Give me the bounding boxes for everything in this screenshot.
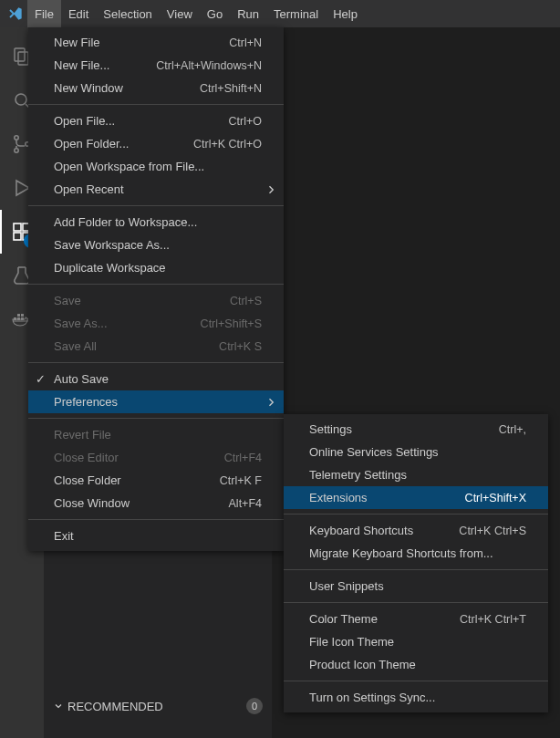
- file-menu-item-save-as: Save As...Ctrl+Shift+S: [28, 312, 284, 335]
- menu-item-label: New File...: [54, 58, 156, 72]
- menu-item-shortcut: Ctrl+K Ctrl+S: [459, 525, 526, 537]
- menu-item-label: Auto Save: [54, 372, 262, 386]
- chevron-right-icon: [265, 184, 276, 195]
- menu-separator: [28, 362, 284, 363]
- menu-item-label: User Snippets: [309, 579, 526, 593]
- file-menu-item-close-folder[interactable]: Close FolderCtrl+K F: [28, 469, 284, 492]
- preferences-item-keyboard-shortcuts[interactable]: Keyboard ShortcutsCtrl+K Ctrl+S: [284, 519, 548, 542]
- file-menu-item-auto-save[interactable]: ✓Auto Save: [28, 368, 284, 390]
- file-menu-item-new-file[interactable]: New FileCtrl+N: [28, 31, 284, 54]
- file-menu-item-add-folder-to-workspace[interactable]: Add Folder to Workspace...: [28, 211, 284, 234]
- file-menu-item-exit[interactable]: Exit: [28, 525, 284, 547]
- preferences-item-settings[interactable]: SettingsCtrl+,: [284, 418, 548, 441]
- menu-item-label: Add Folder to Workspace...: [54, 215, 262, 229]
- menu-item-label: Settings: [309, 422, 499, 436]
- file-menu-item-new-file[interactable]: New File...Ctrl+Alt+Windows+N: [28, 54, 284, 77]
- preferences-item-product-icon-theme[interactable]: Product Icon Theme: [284, 653, 548, 676]
- menu-separator: [28, 284, 284, 285]
- menu-separator: [284, 681, 548, 681]
- menu-separator: [284, 514, 548, 515]
- file-menu-item-new-window[interactable]: New WindowCtrl+Shift+N: [28, 77, 284, 99]
- preferences-item-file-icon-theme[interactable]: File Icon Theme: [284, 630, 548, 653]
- menu-item-label: Keyboard Shortcuts: [309, 524, 459, 537]
- menu-separator: [28, 519, 284, 520]
- preferences-item-extensions[interactable]: ExtensionsCtrl+Shift+X: [284, 486, 548, 509]
- svg-point-5: [15, 149, 18, 152]
- file-menu-item-revert-file: Revert File: [28, 423, 284, 446]
- menu-item-label: Telemetry Settings: [309, 468, 526, 482]
- preferences-item-turn-on-settings-sync[interactable]: Turn on Settings Sync...: [284, 686, 548, 709]
- file-menu-item-save-all: Save AllCtrl+K S: [28, 335, 284, 358]
- menu-separator: [28, 104, 284, 105]
- recommended-section[interactable]: RECOMMENDED 0: [44, 696, 272, 716]
- menu-item-shortcut: Ctrl+K Ctrl+T: [460, 613, 526, 626]
- menu-item-label: New File: [54, 36, 229, 49]
- svg-point-2: [16, 94, 26, 105]
- file-menu-item-close-editor: Close EditorCtrl+F4: [28, 446, 284, 469]
- menubar-item-selection[interactable]: Selection: [96, 0, 159, 27]
- menu-item-label: Open Recent: [54, 182, 262, 196]
- menu-item-shortcut: Ctrl+,: [499, 423, 526, 436]
- menubar-item-run[interactable]: Run: [230, 0, 266, 27]
- recommended-label: RECOMMENDED: [67, 700, 163, 713]
- menubar-item-file[interactable]: File: [27, 0, 61, 27]
- preferences-submenu: SettingsCtrl+,Online Services SettingsTe…: [284, 414, 548, 712]
- menu-item-shortcut: Alt+F4: [229, 497, 262, 510]
- svg-rect-16: [17, 314, 20, 317]
- preferences-item-online-services-settings[interactable]: Online Services Settings: [284, 441, 548, 463]
- menu-item-label: Preferences: [54, 395, 262, 409]
- menu-item-label: Save As...: [54, 317, 201, 330]
- menu-item-label: Open Folder...: [54, 137, 193, 151]
- menu-separator: [284, 569, 548, 570]
- menu-item-shortcut: Ctrl+K Ctrl+O: [193, 138, 262, 151]
- menu-item-shortcut: Ctrl+S: [230, 295, 262, 307]
- chevron-down-icon: [53, 701, 64, 712]
- file-menu-item-preferences[interactable]: Preferences: [28, 390, 284, 413]
- svg-rect-0: [15, 48, 25, 61]
- preferences-item-migrate-keyboard-shortcuts-from[interactable]: Migrate Keyboard Shortcuts from...: [284, 542, 548, 565]
- menu-item-label: Close Folder: [54, 473, 220, 487]
- chevron-right-icon: [265, 397, 276, 408]
- menu-item-label: Duplicate Workspace: [54, 261, 262, 275]
- recommended-count: 0: [246, 698, 263, 714]
- menu-item-label: Exit: [54, 529, 262, 543]
- menu-item-label: Product Icon Theme: [309, 658, 526, 671]
- menu-item-label: File Icon Theme: [309, 635, 526, 649]
- file-menu-item-save-workspace-as[interactable]: Save Workspace As...: [28, 234, 284, 256]
- menu-item-shortcut: Ctrl+Shift+N: [200, 82, 262, 95]
- file-menu-item-save: SaveCtrl+S: [28, 289, 284, 312]
- menu-item-label: Turn on Settings Sync...: [309, 691, 526, 704]
- file-menu-item-open-recent[interactable]: Open Recent: [28, 178, 284, 201]
- preferences-item-user-snippets[interactable]: User Snippets: [284, 575, 548, 598]
- check-icon: ✓: [36, 372, 46, 386]
- menu-item-label: Close Editor: [54, 451, 224, 464]
- svg-point-4: [15, 136, 18, 140]
- menu-item-label: Extensions: [309, 491, 465, 504]
- file-menu-item-open-file[interactable]: Open File...Ctrl+O: [28, 109, 284, 132]
- preferences-item-color-theme[interactable]: Color ThemeCtrl+K Ctrl+T: [284, 608, 548, 630]
- menubar-item-view[interactable]: View: [160, 0, 200, 27]
- file-menu-item-close-window[interactable]: Close WindowAlt+F4: [28, 492, 284, 515]
- menubar-item-help[interactable]: Help: [326, 0, 365, 27]
- svg-marker-7: [16, 181, 29, 195]
- menu-item-label: Save Workspace As...: [54, 238, 262, 252]
- menu-item-label: Open File...: [54, 114, 229, 128]
- menu-item-label: Migrate Keyboard Shortcuts from...: [309, 546, 526, 560]
- menu-separator: [284, 602, 548, 603]
- menu-item-shortcut: Ctrl+Alt+Windows+N: [156, 59, 262, 72]
- preferences-item-telemetry-settings[interactable]: Telemetry Settings: [284, 463, 548, 486]
- file-menu-item-open-folder[interactable]: Open Folder...Ctrl+K Ctrl+O: [28, 132, 284, 155]
- menubar-item-edit[interactable]: Edit: [61, 0, 96, 27]
- menubar: FileEditSelectionViewGoRunTerminalHelp: [0, 0, 560, 27]
- svg-rect-1: [18, 52, 28, 65]
- svg-rect-9: [14, 233, 21, 240]
- menu-separator: [28, 205, 284, 206]
- menubar-item-go[interactable]: Go: [200, 0, 230, 27]
- file-menu: New FileCtrl+NNew File...Ctrl+Alt+Window…: [28, 27, 284, 551]
- menu-item-shortcut: Ctrl+K F: [220, 474, 262, 487]
- menu-item-shortcut: Ctrl+F4: [224, 452, 262, 464]
- file-menu-item-duplicate-workspace[interactable]: Duplicate Workspace: [28, 256, 284, 279]
- menubar-item-terminal[interactable]: Terminal: [266, 0, 326, 27]
- menu-item-label: Online Services Settings: [309, 445, 526, 459]
- file-menu-item-open-workspace-from-file[interactable]: Open Workspace from File...: [28, 155, 284, 178]
